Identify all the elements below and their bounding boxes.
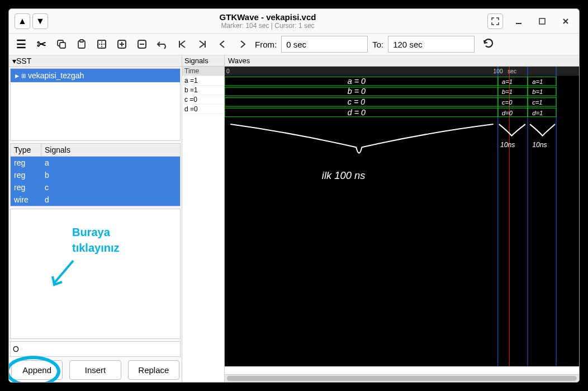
annotation-line2: tıklayınız: [72, 242, 119, 255]
svg-text:b=1: b=1: [502, 88, 513, 95]
svg-text:c=1: c=1: [532, 99, 542, 106]
copy-icon[interactable]: [54, 36, 69, 52]
fullscreen-button[interactable]: [487, 13, 503, 29]
app-subtitle: Marker: 104 sec | Cursor: 1 sec: [48, 22, 487, 30]
col-signals[interactable]: Signals: [41, 144, 180, 156]
zoom-in-icon[interactable]: [114, 36, 130, 52]
table-row[interactable]: regb: [11, 169, 180, 181]
col-type[interactable]: Type: [11, 144, 41, 156]
svg-point-7: [101, 44, 103, 45]
annotation-area: Buraya tıklayınız: [10, 209, 181, 339]
maximize-button[interactable]: [534, 13, 550, 29]
toolbar: ☰ ✂ From: To:: [9, 34, 579, 55]
prev-icon[interactable]: [215, 36, 230, 52]
undo-icon[interactable]: [154, 36, 170, 52]
svg-text:10ns: 10ns: [532, 141, 547, 149]
waves-panel: Waves 0 100 sec: [225, 55, 579, 382]
tree-item[interactable]: ▸ ⊞ vekapisi_tezgah: [11, 69, 180, 82]
go-start-icon[interactable]: [174, 36, 190, 52]
brace-label-main: ilk 100 ns: [322, 169, 366, 181]
append-button[interactable]: Append: [11, 360, 63, 380]
ruler-unit: sec: [508, 68, 516, 74]
sst-tree[interactable]: ▸ ⊞ vekapisi_tezgah: [10, 68, 181, 141]
list-item[interactable]: d =0: [182, 105, 224, 114]
svg-rect-10: [225, 67, 579, 76]
insert-button[interactable]: Insert: [69, 360, 121, 380]
button-row: Append Insert Replace: [9, 358, 182, 382]
wave-label-d0: d = 0: [348, 108, 366, 117]
tree-expand-icon[interactable]: ▸: [15, 71, 19, 80]
wave-label-c0: c = 0: [348, 97, 365, 106]
time-row: Time: [182, 67, 224, 76]
waves-canvas[interactable]: 0 100 sec: [225, 67, 579, 366]
left-panel: ▾SST ▸ ⊞ vekapisi_tezgah Type Signals re…: [9, 55, 182, 382]
to-label: To:: [372, 40, 383, 49]
svg-text:b=1: b=1: [532, 88, 543, 95]
close-button[interactable]: [558, 13, 573, 29]
waves-header: Waves: [225, 55, 579, 67]
cut-icon[interactable]: ✂: [34, 36, 49, 52]
svg-text:a=1: a=1: [532, 78, 543, 85]
titlebar: ▲ ▼ GTKWave - vekapisi.vcd Marker: 104 s…: [9, 9, 579, 34]
sst-header: ▾SST: [9, 55, 182, 67]
svg-text:d=0: d=0: [502, 110, 513, 116]
replace-button[interactable]: Replace: [128, 360, 179, 380]
svg-rect-3: [60, 43, 65, 48]
tree-item-label: vekapisi_tezgah: [28, 71, 84, 80]
svg-text:d=1: d=1: [532, 110, 543, 116]
module-icon: ⊞: [21, 73, 26, 79]
app-title: GTKWave - vekapisi.vcd: [48, 12, 487, 22]
sst-label: SST: [16, 56, 31, 65]
main-area: ▾SST ▸ ⊞ vekapisi_tezgah Type Signals re…: [9, 55, 579, 382]
table-row[interactable]: wired: [11, 194, 180, 206]
next-icon[interactable]: [235, 36, 250, 52]
minimize-button[interactable]: [511, 13, 527, 29]
titlebar-up-button[interactable]: ▲: [15, 13, 30, 29]
zoom-out-icon[interactable]: [134, 36, 150, 52]
wave-label-b0: b = 0: [348, 87, 366, 96]
titlebar-down-button[interactable]: ▼: [32, 13, 48, 29]
arrow-annotation: [50, 260, 78, 290]
app-window: ▲ ▼ GTKWave - vekapisi.vcd Marker: 104 s…: [8, 8, 580, 383]
from-label: From:: [255, 40, 277, 49]
menu-icon[interactable]: ☰: [13, 36, 29, 52]
table-row[interactable]: regc: [11, 181, 180, 194]
from-input[interactable]: [281, 36, 368, 53]
go-end-icon[interactable]: [195, 36, 210, 52]
list-item[interactable]: a =1: [182, 76, 224, 86]
signals-header: Signals: [182, 55, 224, 67]
zoom-fit-icon[interactable]: [94, 36, 110, 52]
h-scrollbar[interactable]: [225, 374, 579, 382]
to-input[interactable]: [388, 36, 475, 53]
list-item[interactable]: c =0: [182, 95, 224, 105]
svg-text:c=0: c=0: [502, 99, 513, 106]
paste-icon[interactable]: [74, 36, 89, 52]
svg-text:a=1: a=1: [502, 78, 513, 85]
reload-icon[interactable]: [479, 37, 498, 52]
wave-label-a0: a = 0: [348, 77, 366, 86]
signals-values-panel: Signals Time a =1 b =1 c =0 d =0: [182, 55, 225, 382]
annotation-line1: Buraya: [72, 226, 110, 239]
svg-rect-5: [80, 40, 83, 42]
ruler-t0: 0: [226, 68, 230, 74]
table-row[interactable]: rega: [11, 157, 180, 169]
svg-rect-1: [539, 18, 545, 24]
list-item[interactable]: b =1: [182, 86, 224, 95]
svg-text:10ns: 10ns: [500, 141, 515, 149]
filter-input[interactable]: [10, 341, 181, 357]
signal-table: Type Signals rega regb regc wired: [10, 143, 181, 206]
signals-list[interactable]: Time a =1 b =1 c =0 d =0: [182, 67, 224, 382]
